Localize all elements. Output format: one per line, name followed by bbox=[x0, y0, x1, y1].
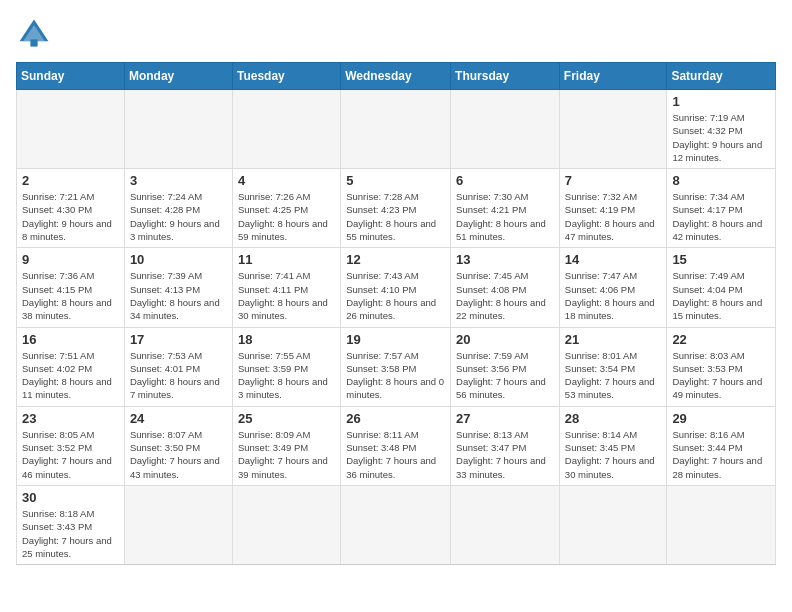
calendar-week-row: 30Sunrise: 8:18 AM Sunset: 3:43 PM Dayli… bbox=[17, 485, 776, 564]
day-info: Sunrise: 7:41 AM Sunset: 4:11 PM Dayligh… bbox=[238, 269, 335, 322]
weekday-header: Monday bbox=[124, 63, 232, 90]
day-number: 24 bbox=[130, 411, 227, 426]
day-number: 7 bbox=[565, 173, 662, 188]
calendar-cell bbox=[124, 90, 232, 169]
day-info: Sunrise: 8:03 AM Sunset: 3:53 PM Dayligh… bbox=[672, 349, 770, 402]
day-info: Sunrise: 7:24 AM Sunset: 4:28 PM Dayligh… bbox=[130, 190, 227, 243]
logo-icon bbox=[16, 16, 52, 52]
day-info: Sunrise: 8:13 AM Sunset: 3:47 PM Dayligh… bbox=[456, 428, 554, 481]
calendar-cell: 28Sunrise: 8:14 AM Sunset: 3:45 PM Dayli… bbox=[559, 406, 667, 485]
calendar-cell: 19Sunrise: 7:57 AM Sunset: 3:58 PM Dayli… bbox=[341, 327, 451, 406]
day-info: Sunrise: 7:30 AM Sunset: 4:21 PM Dayligh… bbox=[456, 190, 554, 243]
weekday-header-row: SundayMondayTuesdayWednesdayThursdayFrid… bbox=[17, 63, 776, 90]
calendar-cell: 15Sunrise: 7:49 AM Sunset: 4:04 PM Dayli… bbox=[667, 248, 776, 327]
weekday-header: Thursday bbox=[451, 63, 560, 90]
weekday-header: Tuesday bbox=[232, 63, 340, 90]
day-info: Sunrise: 8:11 AM Sunset: 3:48 PM Dayligh… bbox=[346, 428, 445, 481]
calendar-cell bbox=[17, 90, 125, 169]
calendar-cell: 11Sunrise: 7:41 AM Sunset: 4:11 PM Dayli… bbox=[232, 248, 340, 327]
calendar-cell: 26Sunrise: 8:11 AM Sunset: 3:48 PM Dayli… bbox=[341, 406, 451, 485]
day-info: Sunrise: 7:51 AM Sunset: 4:02 PM Dayligh… bbox=[22, 349, 119, 402]
calendar-week-row: 1Sunrise: 7:19 AM Sunset: 4:32 PM Daylig… bbox=[17, 90, 776, 169]
day-number: 1 bbox=[672, 94, 770, 109]
day-info: Sunrise: 7:39 AM Sunset: 4:13 PM Dayligh… bbox=[130, 269, 227, 322]
calendar-cell bbox=[341, 485, 451, 564]
day-number: 21 bbox=[565, 332, 662, 347]
day-number: 14 bbox=[565, 252, 662, 267]
day-info: Sunrise: 8:14 AM Sunset: 3:45 PM Dayligh… bbox=[565, 428, 662, 481]
calendar-cell bbox=[124, 485, 232, 564]
calendar-table: SundayMondayTuesdayWednesdayThursdayFrid… bbox=[16, 62, 776, 565]
calendar-cell: 9Sunrise: 7:36 AM Sunset: 4:15 PM Daylig… bbox=[17, 248, 125, 327]
day-info: Sunrise: 7:34 AM Sunset: 4:17 PM Dayligh… bbox=[672, 190, 770, 243]
day-number: 26 bbox=[346, 411, 445, 426]
calendar-week-row: 9Sunrise: 7:36 AM Sunset: 4:15 PM Daylig… bbox=[17, 248, 776, 327]
calendar-cell: 10Sunrise: 7:39 AM Sunset: 4:13 PM Dayli… bbox=[124, 248, 232, 327]
day-number: 15 bbox=[672, 252, 770, 267]
calendar-cell bbox=[559, 485, 667, 564]
day-info: Sunrise: 8:18 AM Sunset: 3:43 PM Dayligh… bbox=[22, 507, 119, 560]
day-number: 19 bbox=[346, 332, 445, 347]
svg-rect-2 bbox=[30, 39, 37, 46]
day-number: 23 bbox=[22, 411, 119, 426]
day-info: Sunrise: 7:45 AM Sunset: 4:08 PM Dayligh… bbox=[456, 269, 554, 322]
calendar-cell bbox=[232, 485, 340, 564]
day-number: 28 bbox=[565, 411, 662, 426]
day-info: Sunrise: 8:07 AM Sunset: 3:50 PM Dayligh… bbox=[130, 428, 227, 481]
day-number: 25 bbox=[238, 411, 335, 426]
day-info: Sunrise: 7:43 AM Sunset: 4:10 PM Dayligh… bbox=[346, 269, 445, 322]
calendar-cell: 3Sunrise: 7:24 AM Sunset: 4:28 PM Daylig… bbox=[124, 169, 232, 248]
day-number: 18 bbox=[238, 332, 335, 347]
day-info: Sunrise: 8:16 AM Sunset: 3:44 PM Dayligh… bbox=[672, 428, 770, 481]
day-number: 10 bbox=[130, 252, 227, 267]
day-info: Sunrise: 7:53 AM Sunset: 4:01 PM Dayligh… bbox=[130, 349, 227, 402]
day-info: Sunrise: 7:57 AM Sunset: 3:58 PM Dayligh… bbox=[346, 349, 445, 402]
day-number: 17 bbox=[130, 332, 227, 347]
calendar-cell: 17Sunrise: 7:53 AM Sunset: 4:01 PM Dayli… bbox=[124, 327, 232, 406]
calendar-cell: 4Sunrise: 7:26 AM Sunset: 4:25 PM Daylig… bbox=[232, 169, 340, 248]
weekday-header: Wednesday bbox=[341, 63, 451, 90]
day-number: 22 bbox=[672, 332, 770, 347]
day-number: 29 bbox=[672, 411, 770, 426]
day-info: Sunrise: 7:36 AM Sunset: 4:15 PM Dayligh… bbox=[22, 269, 119, 322]
logo bbox=[16, 16, 56, 52]
calendar-cell: 18Sunrise: 7:55 AM Sunset: 3:59 PM Dayli… bbox=[232, 327, 340, 406]
day-info: Sunrise: 7:59 AM Sunset: 3:56 PM Dayligh… bbox=[456, 349, 554, 402]
calendar-cell: 8Sunrise: 7:34 AM Sunset: 4:17 PM Daylig… bbox=[667, 169, 776, 248]
day-info: Sunrise: 8:05 AM Sunset: 3:52 PM Dayligh… bbox=[22, 428, 119, 481]
day-info: Sunrise: 7:26 AM Sunset: 4:25 PM Dayligh… bbox=[238, 190, 335, 243]
calendar-cell: 21Sunrise: 8:01 AM Sunset: 3:54 PM Dayli… bbox=[559, 327, 667, 406]
weekday-header: Sunday bbox=[17, 63, 125, 90]
calendar-cell: 25Sunrise: 8:09 AM Sunset: 3:49 PM Dayli… bbox=[232, 406, 340, 485]
calendar-cell: 14Sunrise: 7:47 AM Sunset: 4:06 PM Dayli… bbox=[559, 248, 667, 327]
day-number: 6 bbox=[456, 173, 554, 188]
calendar-cell: 6Sunrise: 7:30 AM Sunset: 4:21 PM Daylig… bbox=[451, 169, 560, 248]
day-info: Sunrise: 8:09 AM Sunset: 3:49 PM Dayligh… bbox=[238, 428, 335, 481]
calendar-cell: 23Sunrise: 8:05 AM Sunset: 3:52 PM Dayli… bbox=[17, 406, 125, 485]
calendar-cell bbox=[559, 90, 667, 169]
day-number: 13 bbox=[456, 252, 554, 267]
calendar-cell: 5Sunrise: 7:28 AM Sunset: 4:23 PM Daylig… bbox=[341, 169, 451, 248]
day-info: Sunrise: 7:32 AM Sunset: 4:19 PM Dayligh… bbox=[565, 190, 662, 243]
calendar-cell: 20Sunrise: 7:59 AM Sunset: 3:56 PM Dayli… bbox=[451, 327, 560, 406]
calendar-cell: 1Sunrise: 7:19 AM Sunset: 4:32 PM Daylig… bbox=[667, 90, 776, 169]
day-number: 5 bbox=[346, 173, 445, 188]
calendar-cell bbox=[667, 485, 776, 564]
calendar-cell bbox=[341, 90, 451, 169]
calendar-week-row: 2Sunrise: 7:21 AM Sunset: 4:30 PM Daylig… bbox=[17, 169, 776, 248]
day-number: 4 bbox=[238, 173, 335, 188]
day-info: Sunrise: 8:01 AM Sunset: 3:54 PM Dayligh… bbox=[565, 349, 662, 402]
calendar-cell: 29Sunrise: 8:16 AM Sunset: 3:44 PM Dayli… bbox=[667, 406, 776, 485]
day-info: Sunrise: 7:55 AM Sunset: 3:59 PM Dayligh… bbox=[238, 349, 335, 402]
day-number: 30 bbox=[22, 490, 119, 505]
calendar-cell: 30Sunrise: 8:18 AM Sunset: 3:43 PM Dayli… bbox=[17, 485, 125, 564]
calendar-cell: 7Sunrise: 7:32 AM Sunset: 4:19 PM Daylig… bbox=[559, 169, 667, 248]
calendar-cell: 27Sunrise: 8:13 AM Sunset: 3:47 PM Dayli… bbox=[451, 406, 560, 485]
calendar-cell bbox=[451, 90, 560, 169]
calendar-cell: 12Sunrise: 7:43 AM Sunset: 4:10 PM Dayli… bbox=[341, 248, 451, 327]
calendar-week-row: 16Sunrise: 7:51 AM Sunset: 4:02 PM Dayli… bbox=[17, 327, 776, 406]
day-info: Sunrise: 7:49 AM Sunset: 4:04 PM Dayligh… bbox=[672, 269, 770, 322]
weekday-header: Friday bbox=[559, 63, 667, 90]
day-number: 20 bbox=[456, 332, 554, 347]
day-info: Sunrise: 7:47 AM Sunset: 4:06 PM Dayligh… bbox=[565, 269, 662, 322]
